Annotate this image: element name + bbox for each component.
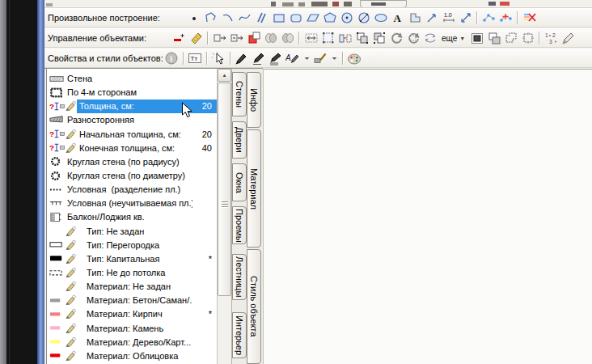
arrow-icon[interactable] [423,10,440,26]
row-content: Материал: Облицовка [77,349,217,362]
ellipse-icon[interactable] [372,10,389,26]
row-content: Тип: Перегородка [77,238,217,252]
fill-square-icon[interactable] [468,30,485,46]
rectangle-icon[interactable] [270,10,287,26]
rotate-icon[interactable] [387,30,404,46]
parallelogram-icon[interactable] [304,10,321,26]
node-add-icon[interactable] [497,10,514,26]
tab-windows[interactable]: Окна [232,163,247,201]
list-item[interactable]: Тип: Не до потолка [47,265,217,279]
node-edit-icon[interactable] [480,10,497,26]
mirror-icon[interactable] [336,30,353,46]
dropdown-icon[interactable] [302,50,312,66]
red-square-copy-icon[interactable] [245,30,262,46]
move-selection-icon[interactable] [319,30,336,46]
list-scrollbar[interactable]: ▲ [217,69,232,364]
tab-openings[interactable]: Проемы [232,206,247,244]
info-icon[interactable]: i [163,50,180,66]
arc-icon[interactable] [219,10,236,26]
palette-icon[interactable] [346,50,363,66]
list-item[interactable]: Материал: Кирпич* [47,307,217,321]
group-boxes-icon[interactable] [353,30,370,46]
tab-walls[interactable]: Стены [232,72,247,116]
tab-object-style[interactable]: Стиль объекта [247,249,261,364]
more-dropdown-button[interactable]: еще▼ [438,34,468,43]
corner-shape-icon[interactable] [406,10,423,26]
tab-doors[interactable]: Двери [232,121,247,159]
list-item[interactable]: ?Начальная толщина, см:20 [47,127,217,141]
list-item-label: Тип: Не задан [87,226,192,236]
tab-material[interactable]: Материал [247,129,261,248]
dropdown-icon[interactable] [329,50,340,66]
parallel-lines-icon[interactable] [253,10,270,26]
window-splitter[interactable] [37,0,44,364]
list-item[interactable]: Тип: Перегородка [47,238,217,252]
box-arrow-icon[interactable] [211,30,228,46]
box-arrow-2-icon[interactable] [228,30,245,46]
ovals-2-icon[interactable] [279,30,296,46]
outline-shape-icon[interactable] [502,30,519,46]
row-content: Условная (разделение пл.) [65,183,217,197]
row-content: Материал: Кирпич* [77,307,217,321]
list-item[interactable]: Условная (разделение пл.) [47,183,217,197]
list-item-label: Материал: Камень [87,324,192,333]
scrollbar-thumb[interactable] [218,83,231,296]
brush-icon[interactable] [312,50,329,66]
list-item[interactable]: По 4-м сторонам [47,86,217,99]
tab-interior[interactable]: Интерьер [232,312,247,358]
spline-icon[interactable] [236,10,253,26]
list-item[interactable]: Круглая стена (по радиусу) [47,154,217,168]
pick-style-icon[interactable] [210,50,227,66]
swap-arrows-icon[interactable] [421,30,438,46]
dot-icon[interactable] [185,10,202,26]
pencil-icon[interactable] [560,30,577,46]
list-item[interactable]: Материал: Бетон/Саман/... [47,294,217,307]
polyline-icon[interactable] [202,10,219,26]
rotate-copy-icon[interactable] [404,30,421,46]
list-item[interactable]: Материал: Не задан [47,280,217,294]
text-icon[interactable]: A [389,10,406,26]
list-item[interactable]: ?Конечная толщина, см:40 [47,141,217,154]
pen-3-icon[interactable] [268,50,285,66]
dimension-icon[interactable]: 1.0 [440,10,457,26]
ovals-1-icon[interactable] [262,30,279,46]
bar-icon [49,295,65,306]
pen-1-icon[interactable] [234,50,251,66]
tab-stairs[interactable]: Лестницы [232,254,247,300]
overlap-shapes-icon[interactable] [485,30,502,46]
pen-2-icon[interactable] [251,50,268,66]
center-shape-icon[interactable] [519,30,536,46]
text-format-icon[interactable]: Tт [187,50,204,66]
numbering-icon[interactable]: 123 [543,30,560,46]
list-item[interactable]: Материал: Облицовка [47,349,217,362]
list-item[interactable]: Материал: Камень [47,321,217,335]
row-content: Балкон/Лоджия кв. [65,210,217,224]
toolbar-label: Управление объектами: [48,33,171,43]
stretch-box-icon[interactable] [302,30,319,46]
list-item[interactable]: Материал: Дерево/Карт... [47,335,217,349]
row-content: Круглая стена (по радиусу) [65,154,217,168]
list-item[interactable]: Балкон/Лоджия кв. [47,210,217,224]
circle-diameter-icon[interactable] [355,10,372,26]
list-item[interactable]: Круглая стена (по диаметру) [47,168,217,182]
list-item[interactable]: Условная (неучитываемая пл.) [47,197,217,210]
pen-text-icon[interactable]: A [285,50,302,66]
resize-arrows-icon[interactable] [457,10,474,26]
red-line-add-icon[interactable] [171,30,188,46]
list-item[interactable]: Тип: Не задан [47,224,217,238]
delete-format-icon[interactable] [521,10,538,26]
list-item[interactable]: Стена [47,72,217,86]
drawing-canvas[interactable] [263,69,592,364]
row-content: По 4-м сторонам [65,86,217,99]
circle-center-icon[interactable] [338,10,355,26]
list-item-label: Круглая стена (по радиусу) [67,157,192,167]
list-item[interactable]: Тип: Капитальная* [47,252,217,265]
list-item-label: Толщина, см: [79,101,192,111]
group-boxes-2-icon[interactable] [370,30,387,46]
scrollbar-up-button[interactable]: ▲ [218,69,231,82]
bar-icon [49,350,65,361]
polygon-icon[interactable] [321,10,338,26]
tab-info[interactable]: Инфо [247,72,261,128]
rounded-rectangle-icon[interactable] [287,10,304,26]
ruler-icon[interactable] [188,30,205,46]
